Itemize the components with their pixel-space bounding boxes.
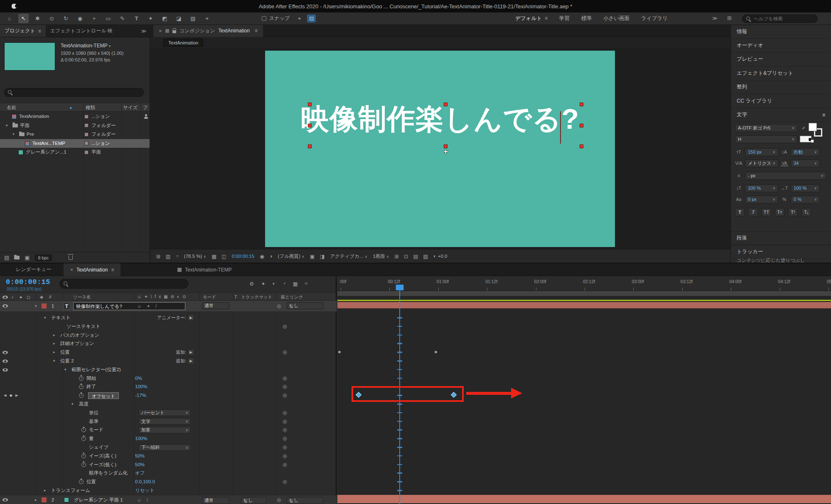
twirl-icon[interactable]: ▾ (6, 121, 8, 130)
type-style-button-3[interactable]: Tт (775, 208, 784, 216)
comp-footer-icon[interactable]: ◑ (269, 253, 273, 259)
workspace-学習[interactable]: 学習 (559, 15, 570, 22)
property-name[interactable]: 位置 (86, 477, 96, 486)
property-name[interactable]: モード (89, 426, 103, 434)
stopwatch-icon[interactable] (79, 384, 84, 389)
workspace-menu-icon[interactable]: ≡ (545, 15, 548, 21)
type-style-button-2[interactable]: TT (762, 208, 771, 216)
panel-menu-icon[interactable]: ≡ (38, 28, 41, 34)
comp-footer-icon[interactable]: ▥ (165, 253, 170, 259)
type-style-button-5[interactable]: T₁ (801, 208, 811, 216)
keyframe-dot[interactable] (435, 351, 437, 353)
panel-header-情報[interactable]: 情報 (731, 25, 831, 39)
property-name[interactable]: パスのオプション (60, 331, 99, 340)
stopwatch-icon[interactable] (79, 393, 84, 398)
property-name[interactable]: 開始 (86, 374, 96, 383)
snap-control[interactable]: スナップ ⌖⊡ (262, 14, 316, 23)
property-row-単位[interactable]: 単位パーセント∨◎ (0, 409, 337, 417)
comp-footer-icon[interactable]: ⊞ (394, 253, 398, 259)
panel-header-オーディオ[interactable]: オーディオ (731, 39, 831, 52)
property-value[interactable]: 0.0,100.0 (135, 477, 155, 486)
work-area-bar[interactable] (337, 291, 831, 296)
baseline-shift-select[interactable]: 0 px∨ (745, 196, 778, 203)
property-name[interactable]: 順序をランダム化 (89, 469, 128, 477)
property-row-テキスト[interactable]: ▾テキストアニメーター:▶ (0, 313, 337, 322)
handle-bottom-left[interactable] (308, 144, 312, 148)
property-row-高度[interactable]: ▾高度 (0, 400, 337, 409)
new-folder-icon[interactable] (14, 256, 20, 259)
row-action-button[interactable]: ▶ (188, 349, 194, 355)
workspace-標準[interactable]: 標準 (581, 15, 592, 22)
eye-toggle[interactable] (2, 360, 8, 363)
type-style-button-4[interactable]: T¹ (788, 208, 798, 216)
workspace-grid-icon[interactable]: ⊞ (727, 15, 732, 21)
project-row-Pre[interactable]: ▾Preフォルダー (0, 130, 150, 139)
property-value[interactable]: 50% (135, 460, 145, 469)
close-icon[interactable]: × (70, 267, 73, 273)
comp-footer-icon[interactable]: ▧ (423, 253, 428, 259)
pan-behind-tool-icon[interactable]: + (89, 14, 99, 23)
pickwhip-icon[interactable]: ◎ (283, 348, 287, 357)
label-chip[interactable] (84, 132, 89, 137)
stopwatch-icon[interactable] (81, 454, 86, 458)
property-row-順序をランダム化[interactable]: 順序をランダム化オフ (0, 469, 337, 477)
property-row-開始[interactable]: 開始0%◎ (0, 374, 337, 383)
property-row-イーズ(高く)[interactable]: イーズ(高く)50%◎ (0, 452, 337, 460)
handle-mid-right[interactable] (580, 124, 583, 127)
font-size-select[interactable]: 150 px∨ (745, 148, 778, 156)
tab-project[interactable]: プロジェクト≡ (0, 25, 46, 37)
pickwhip-icon[interactable]: ◎ (283, 434, 287, 443)
property-value[interactable]: オフ (135, 469, 145, 477)
mask-region-icon[interactable]: ⊡ (307, 15, 316, 22)
row-action-button[interactable]: ▶ (188, 315, 194, 321)
label-chip[interactable] (84, 115, 89, 119)
property-value[interactable]: 0% (135, 374, 142, 383)
snap-checkbox[interactable] (262, 16, 266, 21)
property-name[interactable]: 詳細オプション (60, 339, 94, 348)
tracking-select[interactable]: 34∨ (791, 159, 820, 167)
eraser-tool-icon[interactable]: ◪ (174, 14, 184, 23)
pickwhip-icon[interactable]: ◎ (283, 426, 287, 434)
snap-target-icon[interactable]: ⌖ (295, 15, 304, 22)
property-row-トランスフォーム[interactable]: ▸トランスフォームリセット (0, 486, 337, 495)
comp-footer-icon[interactable]: ▤ (413, 253, 418, 259)
composition-canvas[interactable]: 映像制作楽しんでる? + (265, 51, 615, 247)
rotate-tool-icon[interactable]: ↻ (61, 14, 71, 23)
label-chip[interactable] (84, 123, 89, 127)
view-layout-select[interactable]: 1画面 ∨ (373, 253, 389, 259)
property-value[interactable]: 100% (135, 382, 147, 391)
selection-tool-icon[interactable]: ↖ (18, 14, 29, 23)
tab-render-queue[interactable]: レンダーキュー (16, 263, 51, 276)
pickwhip-icon[interactable]: ◎ (283, 382, 287, 391)
project-item-name[interactable]: TextAnimation-TEMP ▾ (61, 42, 123, 50)
hand-tool-icon[interactable]: ✱ (32, 14, 43, 23)
property-name[interactable]: ソーステキスト (66, 322, 101, 331)
eyedropper-icon[interactable]: ✐ (800, 125, 807, 130)
twirl-toggle[interactable]: ▸ (53, 348, 55, 357)
pickwhip-icon[interactable]: ◎ (283, 322, 287, 331)
property-value[interactable]: -17% (135, 391, 146, 400)
handle-bottom-right[interactable] (580, 144, 583, 148)
workspace-デフォルト[interactable]: デフォルト≡ (515, 15, 548, 22)
project-item-thumbnail[interactable] (4, 42, 55, 71)
label-chip[interactable] (84, 150, 89, 154)
comp-navigator-button[interactable]: TextAnimation (163, 39, 203, 47)
fill-stroke-widget[interactable] (809, 123, 827, 142)
pickwhip-icon[interactable]: ◎ (283, 374, 287, 383)
camera-select[interactable]: アクティブカ... ∨ (330, 253, 367, 259)
twirl-toggle[interactable]: ▾ (71, 400, 74, 409)
stopwatch-icon[interactable] (81, 436, 86, 441)
property-value[interactable]: 100% (135, 434, 147, 443)
comp-footer-icon[interactable]: ▦ (211, 253, 216, 259)
property-value[interactable]: リセット (135, 486, 155, 495)
property-row-詳細オプション[interactable]: ▸詳細オプション (0, 339, 337, 348)
panel-header-エフェクト&プリセット[interactable]: エフェクト&プリセット (731, 66, 831, 80)
fill-swatch[interactable] (809, 123, 817, 131)
character-panel-header[interactable]: 文字 ≡ (731, 108, 831, 122)
comp-footer-icon[interactable]: ◔ (175, 253, 179, 259)
comp-footer-icon[interactable]: ◉ (260, 253, 264, 259)
workspace-小さい画面[interactable]: 小さい画面 (603, 15, 629, 22)
clone-stamp-tool-icon[interactable]: ◩ (160, 14, 170, 23)
pen-tool-icon[interactable]: ✎ (117, 14, 128, 23)
panel-header-CC ライブラリ[interactable]: CC ライブラリ (731, 94, 831, 108)
